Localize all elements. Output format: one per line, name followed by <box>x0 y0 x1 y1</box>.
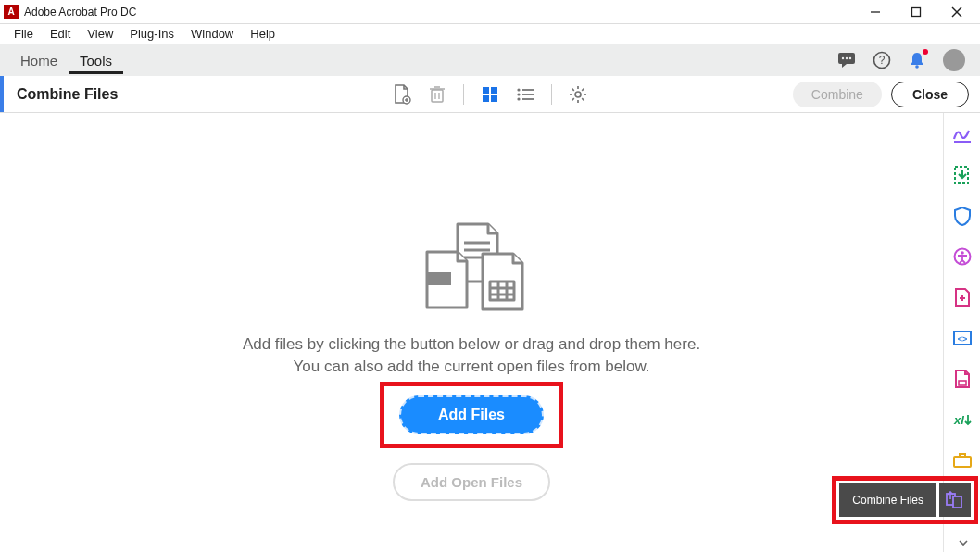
svg-point-7 <box>849 57 851 59</box>
add-open-files-button[interactable]: Add Open Files <box>393 463 550 501</box>
combine-tooltip: Combine Files <box>839 483 936 517</box>
excel-tool-icon[interactable]: xl <box>952 409 973 430</box>
notification-dot <box>923 49 928 55</box>
annotation-highlight-combine-tool: Combine Files <box>832 476 978 524</box>
svg-line-37 <box>572 98 574 100</box>
title-bar: A Adobe Acrobat Pro DC <box>0 0 980 24</box>
menu-window[interactable]: Window <box>182 25 242 43</box>
svg-point-10 <box>915 65 919 69</box>
svg-point-23 <box>517 88 520 91</box>
svg-point-25 <box>517 93 520 95</box>
chat-icon[interactable] <box>837 51 856 69</box>
svg-point-5 <box>842 57 844 59</box>
svg-rect-57 <box>954 457 971 467</box>
minimize-button[interactable] <box>863 3 887 21</box>
svg-rect-21 <box>483 95 489 102</box>
svg-text:?: ? <box>879 54 886 67</box>
tool-title: Combine Files <box>11 86 118 103</box>
tab-home[interactable]: Home <box>9 47 69 74</box>
tab-row: Home Tools ? <box>0 44 980 76</box>
menu-file[interactable]: File <box>6 25 42 43</box>
grid-view-icon[interactable] <box>481 85 499 104</box>
combine-files-tool-icon[interactable] <box>939 483 971 517</box>
tab-tools[interactable]: Tools <box>69 47 123 74</box>
svg-text:<>: <> <box>957 334 967 344</box>
svg-rect-14 <box>432 90 443 102</box>
menu-view[interactable]: View <box>79 25 121 43</box>
protect-tool-icon[interactable] <box>952 206 973 226</box>
menu-help[interactable]: Help <box>242 25 283 43</box>
help-icon[interactable]: ? <box>873 51 891 69</box>
bell-icon[interactable] <box>908 51 926 69</box>
svg-text:xl: xl <box>953 413 964 427</box>
svg-rect-20 <box>491 87 497 94</box>
combine-button[interactable]: Combine <box>793 82 882 107</box>
svg-point-6 <box>846 57 848 59</box>
window-title: Adobe Acrobat Pro DC <box>24 6 863 19</box>
form-tool-icon[interactable]: <> <box>952 328 973 348</box>
svg-point-27 <box>517 97 520 100</box>
avatar[interactable] <box>943 49 965 71</box>
trash-icon[interactable] <box>428 85 446 104</box>
svg-rect-41 <box>427 272 451 285</box>
rail-expand-chevron-icon[interactable] <box>958 539 969 546</box>
add-files-button[interactable]: Add Files <box>399 395 544 434</box>
hint-line-2: You can also add the current open files … <box>294 358 650 376</box>
toolstrip: Combine Files Combine Close <box>0 76 980 113</box>
menu-edit[interactable]: Edit <box>42 25 79 43</box>
tool-indicator-bar <box>0 76 4 112</box>
gear-icon[interactable] <box>569 85 587 104</box>
main-area: Add files by clicking the button below o… <box>0 113 943 552</box>
sign-tool-icon[interactable] <box>952 124 973 144</box>
svg-point-50 <box>961 251 964 255</box>
divider <box>551 84 552 105</box>
divider <box>463 84 464 105</box>
menu-bar: File Edit View Plug-Ins Window Help <box>0 24 980 44</box>
list-view-icon[interactable] <box>516 85 534 104</box>
close-window-button[interactable] <box>945 3 969 21</box>
maximize-button[interactable] <box>904 3 928 21</box>
svg-rect-22 <box>491 95 497 102</box>
svg-rect-55 <box>959 381 966 385</box>
briefcase-tool-icon[interactable] <box>952 450 973 470</box>
close-tool-button[interactable]: Close <box>891 82 969 107</box>
drop-zone[interactable]: Add files by clicking the button below o… <box>0 113 943 552</box>
accessibility-tool-icon[interactable] <box>952 246 973 267</box>
svg-rect-59 <box>953 496 961 508</box>
window-controls <box>863 3 976 21</box>
app-icon: A <box>4 5 19 19</box>
svg-rect-1 <box>912 7 921 16</box>
export-pdf-icon[interactable] <box>952 165 973 185</box>
menu-plugins[interactable]: Plug-Ins <box>121 25 182 43</box>
save-tool-icon[interactable] <box>952 369 973 389</box>
hint-line-1: Add files by clicking the button below o… <box>243 335 700 354</box>
svg-rect-19 <box>483 87 489 94</box>
create-pdf-icon[interactable] <box>952 287 973 307</box>
svg-line-35 <box>582 98 584 100</box>
files-illustration-icon <box>407 215 536 317</box>
svg-line-34 <box>572 88 574 90</box>
svg-line-36 <box>582 88 584 90</box>
annotation-highlight-add-files: Add Files <box>380 382 563 448</box>
svg-point-29 <box>575 92 581 97</box>
add-page-icon[interactable] <box>393 85 411 104</box>
